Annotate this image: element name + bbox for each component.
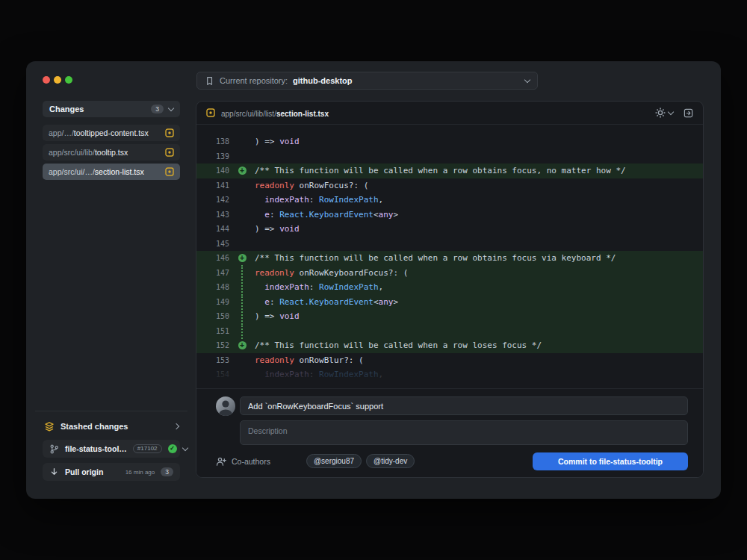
chevron-down-icon bbox=[668, 108, 674, 114]
line-marker: + bbox=[229, 338, 255, 353]
diff-line-152[interactable]: 152+/** This function will be called whe… bbox=[196, 338, 703, 353]
line-number: 151 bbox=[196, 327, 229, 335]
repository-dropdown[interactable]: Current repository: github-desktop bbox=[196, 72, 538, 90]
checks-passed-icon: ✓ bbox=[168, 444, 177, 453]
diff-line-151[interactable]: 151 bbox=[196, 324, 703, 339]
code-token: indexPath bbox=[264, 370, 309, 379]
line-marker bbox=[229, 367, 255, 382]
code-text: /** This function will be called when a … bbox=[255, 251, 616, 266]
hunk-selection-indicator bbox=[229, 280, 255, 295]
diff-line-141[interactable]: 141readonly onRowFocus?: ( bbox=[196, 178, 703, 193]
add-coauthor-icon[interactable] bbox=[216, 456, 226, 467]
line-marker bbox=[229, 149, 255, 164]
hunk-selection-indicator bbox=[229, 324, 255, 339]
diff-line-148[interactable]: 148 indexPath: RowIndexPath, bbox=[196, 280, 703, 295]
diff-options-button[interactable] bbox=[655, 108, 673, 118]
code-text: readonly onRowKeyboardFocus?: ( bbox=[255, 266, 408, 281]
code-token: , bbox=[379, 370, 384, 379]
zoom-button[interactable] bbox=[65, 76, 72, 84]
diff-line-142[interactable]: 142 indexPath: RowIndexPath, bbox=[196, 193, 703, 208]
diff-line-146[interactable]: 146+/** This function will be called whe… bbox=[196, 251, 703, 266]
diff-line-149[interactable]: 149 e: React.KeyboardEvent<any> bbox=[196, 295, 703, 310]
code-text: e: React.KeyboardEvent<any> bbox=[255, 295, 398, 310]
line-marker bbox=[229, 222, 255, 237]
commit-button[interactable]: Commit to file-status-tooltip bbox=[533, 452, 688, 470]
diff-line-144[interactable]: 144) => void bbox=[196, 222, 703, 237]
chevron-right-icon bbox=[173, 423, 179, 429]
chevron-down-icon bbox=[524, 76, 530, 82]
code-token: any bbox=[379, 297, 394, 307]
code-text: ) => void bbox=[255, 134, 300, 149]
pull-count-badge: 3 bbox=[161, 467, 173, 476]
code-token: readonly bbox=[255, 268, 294, 278]
diff-file-path: app/src/ui/lib/list/section-list.tsx bbox=[221, 106, 329, 119]
code-token: React.KeyboardEvent bbox=[279, 210, 374, 220]
code-token: void bbox=[279, 137, 300, 146]
coauthor-badge[interactable]: @sergiou87 bbox=[306, 454, 362, 468]
code-token: any bbox=[379, 210, 394, 220]
added-line-icon[interactable]: + bbox=[238, 341, 247, 349]
code-token: ) => bbox=[255, 137, 279, 146]
line-number: 152 bbox=[196, 341, 229, 349]
code-token: e bbox=[264, 297, 270, 307]
commit-description-input[interactable] bbox=[240, 420, 688, 445]
minimize-button[interactable] bbox=[54, 76, 61, 84]
changes-title: Changes bbox=[49, 105, 84, 113]
hunk-selection-indicator bbox=[229, 266, 255, 281]
branch-row[interactable]: file-status-tool… #17102 ✓ bbox=[43, 440, 180, 458]
close-button[interactable] bbox=[43, 76, 50, 84]
diff-panel: app/src/ui/lib/list/section-list.tsx bbox=[196, 101, 704, 478]
pull-origin-row[interactable]: Pull origin 16 min ago 3 bbox=[43, 463, 180, 481]
code-token: readonly bbox=[255, 181, 294, 190]
line-number: 139 bbox=[196, 152, 229, 161]
window-controls bbox=[43, 76, 72, 84]
line-number: 150 bbox=[196, 312, 229, 320]
code-token bbox=[255, 370, 264, 379]
file-row-section-list.tsx[interactable]: app/src/ui/…/section-list.tsx bbox=[43, 164, 180, 180]
pr-number-badge: #17102 bbox=[133, 444, 162, 453]
commit-summary-input[interactable] bbox=[240, 396, 688, 415]
code-token: < bbox=[374, 210, 379, 220]
added-line-icon[interactable]: + bbox=[238, 167, 247, 175]
code-token: onRowBlur?: ( bbox=[294, 355, 364, 365]
line-number: 143 bbox=[196, 211, 229, 219]
diff-line-140[interactable]: 140+/** This function will be called whe… bbox=[196, 164, 703, 178]
file-row-tooltipped-content.tsx[interactable]: app/…/tooltipped-content.tsx bbox=[43, 125, 180, 141]
code-token: , bbox=[379, 282, 384, 292]
diff-line-138[interactable]: 138) => void bbox=[196, 134, 703, 149]
branch-icon bbox=[49, 444, 59, 454]
commit-footer: Co-authors @sergiou87@tidy-dev Commit to… bbox=[216, 452, 688, 470]
line-marker bbox=[229, 178, 255, 193]
pull-origin-label: Pull origin bbox=[65, 467, 103, 476]
diff-line-153[interactable]: 153readonly onRowBlur?: ( bbox=[196, 353, 703, 368]
code-token: ) => bbox=[255, 311, 279, 321]
coauthors-label: Co-authors bbox=[232, 457, 270, 466]
code-text: /** This function will be called when a … bbox=[255, 338, 542, 353]
code-token: React.KeyboardEvent bbox=[279, 297, 374, 307]
code-token: : bbox=[309, 195, 319, 205]
file-row-tooltip.tsx[interactable]: app/src/ui/lib/tooltip.tsx bbox=[43, 144, 180, 161]
code-text: e: React.KeyboardEvent<any> bbox=[255, 208, 398, 223]
diff-line-150[interactable]: 150) => void bbox=[196, 309, 703, 324]
line-number: 138 bbox=[196, 137, 229, 146]
diff-line-143[interactable]: 143 e: React.KeyboardEvent<any> bbox=[196, 208, 703, 223]
added-line-icon[interactable]: + bbox=[238, 254, 247, 262]
diff-header: app/src/ui/lib/list/section-list.tsx bbox=[196, 102, 703, 125]
code-token: : bbox=[270, 210, 279, 220]
gear-icon bbox=[655, 108, 666, 118]
diff-line-139[interactable]: 139 bbox=[196, 149, 703, 164]
diff-line-154[interactable]: 154 indexPath: RowIndexPath, bbox=[196, 367, 703, 382]
branch-name: file-status-tool… bbox=[65, 444, 127, 453]
code-token: RowIndexPath bbox=[319, 195, 378, 205]
expand-diff-button[interactable] bbox=[684, 108, 693, 118]
line-number: 142 bbox=[196, 196, 229, 204]
stashed-changes-row[interactable]: Stashed changes bbox=[43, 418, 180, 435]
repo-label: Current repository: bbox=[220, 76, 288, 85]
changes-tab[interactable]: Changes 3 bbox=[43, 101, 180, 117]
line-number: 141 bbox=[196, 181, 229, 190]
diff-line-147[interactable]: 147readonly onRowKeyboardFocus?: ( bbox=[196, 266, 703, 281]
modified-status-icon bbox=[165, 148, 174, 157]
diff-line-145[interactable]: 145 bbox=[196, 237, 703, 252]
code-token: < bbox=[374, 297, 379, 307]
coauthor-badge[interactable]: @tidy-dev bbox=[366, 454, 415, 468]
